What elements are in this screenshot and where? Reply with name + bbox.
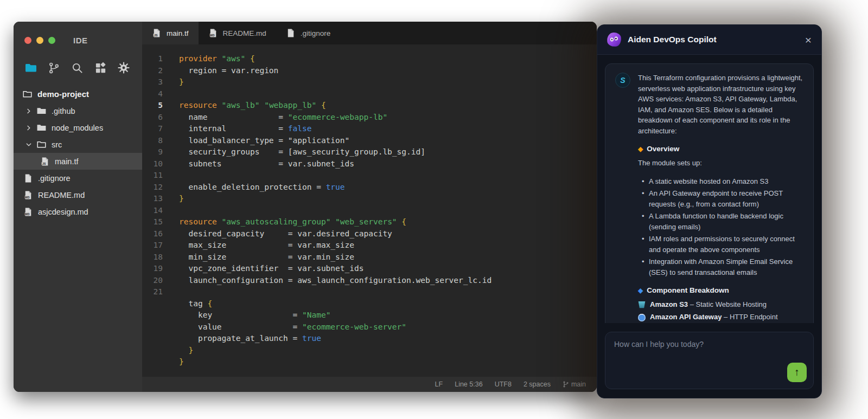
close-icon[interactable]: × (805, 34, 812, 46)
chevron-right-icon[interactable] (25, 107, 33, 115)
tree-item--gitignore[interactable]: .gitignore (14, 170, 142, 186)
tree-item-demo-project[interactable]: demo-project (14, 86, 142, 102)
overview-bullet: Integration with Amazon Simple Email Ser… (649, 256, 805, 278)
status-line-5-36[interactable]: Line 5:36 (455, 381, 482, 388)
line-number: 3 (142, 76, 163, 88)
folder-open-icon (36, 139, 47, 150)
tree-item--github[interactable]: .github (14, 102, 142, 119)
message-paragraph: This Terraform configuration provisions … (638, 73, 805, 136)
code-line: key = "Name" (142, 310, 597, 321)
code-text: load_balancer_type = "application" (163, 135, 349, 147)
copilot-title: Aiden DevOps Copilot (628, 35, 717, 44)
code-editor[interactable]: 1provider "aws" {2 region = var.region3}… (142, 44, 597, 377)
svg-text:JS: JS (42, 162, 46, 165)
status-label: LF (435, 381, 443, 388)
chat-area: S This Terraform configuration provision… (597, 55, 821, 323)
code-text: enable_deletion_protection = true (163, 182, 345, 194)
chat-input[interactable] (605, 332, 813, 389)
status-label: Line 5:36 (455, 381, 482, 388)
code-text: region = var.region (163, 65, 278, 77)
tab--gitignore[interactable]: .gitignore (276, 22, 341, 44)
tree-item-label: .gitignore (38, 174, 71, 183)
status-lf[interactable]: LF (435, 381, 443, 388)
code-text: max_size = var.max_size (163, 240, 354, 252)
assistant-message: S This Terraform configuration provision… (605, 63, 814, 323)
activity-settings-icon[interactable] (117, 61, 130, 74)
code-line: 21 (142, 286, 597, 298)
line-number: 20 (142, 275, 163, 287)
status-2-spaces[interactable]: 2 spaces (524, 381, 551, 388)
line-number: 11 (142, 170, 163, 182)
line-number: 18 (142, 252, 163, 263)
code-text: internal = false (163, 123, 311, 135)
activity-search-icon[interactable] (71, 61, 84, 74)
md-file-icon: MD (208, 28, 218, 38)
status-utf8[interactable]: UTF8 (495, 381, 512, 388)
tab-readme-md[interactable]: MDREADME.md (199, 22, 276, 44)
line-number: 21 (142, 286, 163, 298)
tree-item-readme-md[interactable]: MDREADME.md (14, 186, 142, 203)
code-line: } (142, 345, 597, 357)
code-text: desired_capacity = var.desired_capacity (163, 228, 392, 240)
code-text: provider "aws" { (163, 53, 255, 65)
line-number: 2 (142, 65, 163, 77)
code-line: 7 internal = false (142, 123, 597, 135)
tree-item-label: demo-project (37, 89, 89, 99)
status-label: 2 spaces (524, 381, 551, 388)
code-line: 1provider "aws" { (142, 53, 597, 65)
tab-label: main.tf (167, 29, 189, 37)
code-line: 5resource "aws_lb" "webapp_lb" { (142, 100, 597, 112)
send-button[interactable]: ↑ (787, 363, 807, 382)
overview-bullet: A Lambda function to handle backend logi… (649, 211, 805, 232)
arrow-up-icon: ↑ (794, 366, 800, 378)
component-name: Amazon API Gateway (650, 312, 722, 323)
close-window-button[interactable] (24, 37, 31, 44)
assistant-message-content: This Terraform configuration provisions … (638, 73, 805, 323)
line-number: 10 (142, 158, 163, 170)
code-text (163, 170, 179, 182)
tree-item-label: README.md (38, 191, 85, 199)
chevron-right-icon[interactable] (25, 124, 33, 132)
line-number: 12 (142, 182, 163, 194)
code-text: } (163, 76, 184, 88)
editor-tabbar: JSmain.tfMDREADME.md.gitignore (142, 22, 597, 44)
chevron-down-icon[interactable] (25, 141, 33, 149)
component-list: Amazon S3 – Static Website HostingAmazon… (638, 300, 805, 324)
line-number: 19 (142, 263, 163, 275)
status-main[interactable]: main (563, 381, 586, 388)
line-number (142, 321, 163, 333)
tree-item-main-tf[interactable]: JSmain.tf (14, 153, 142, 170)
code-text (163, 205, 179, 217)
line-number (142, 356, 163, 368)
code-line: 13} (142, 193, 597, 205)
code-text: key = "Name" (163, 310, 330, 321)
code-line: 11 (142, 170, 597, 182)
code-text: min_size = var.min_size (163, 252, 354, 263)
code-line: 16 desired_capacity = var.desired_capaci… (142, 228, 597, 240)
status-label: main (571, 381, 586, 388)
component-desc: – Static Website Hosting (688, 300, 767, 310)
code-text: vpc_zone_identifier = var.subnet_ids (163, 263, 363, 275)
tree-item-src[interactable]: src (14, 136, 142, 153)
line-number (142, 298, 163, 310)
code-text: } (163, 193, 184, 205)
code-text (163, 286, 179, 298)
code-line: 9 security_groups = [aws_security_group.… (142, 146, 597, 158)
activity-source-control-icon[interactable] (48, 61, 61, 74)
tree-item-asjcdesign-md[interactable]: MDasjcdesign.md (14, 203, 142, 220)
maximize-window-button[interactable] (48, 37, 55, 44)
tree-item-node-modules[interactable]: node_modules (14, 119, 142, 136)
minimize-window-button[interactable] (36, 37, 43, 44)
status-label: UTF8 (495, 381, 512, 388)
line-number: 14 (142, 205, 163, 217)
tab-main-tf[interactable]: JSmain.tf (142, 22, 199, 44)
line-number (142, 345, 163, 357)
code-line: 17 max_size = var.max_size (142, 240, 597, 252)
window-titlebar: IDE (14, 22, 142, 47)
activity-explorer-icon[interactable] (24, 61, 37, 74)
code-text: security_groups = [aws_security_group.lb… (163, 146, 425, 158)
activity-extensions-icon[interactable] (94, 61, 107, 74)
code-text: subnets = var.subnet_ids (163, 158, 354, 170)
code-text: resource "aws_lb" "webapp_lb" { (163, 100, 326, 112)
js-file-icon: JS (40, 157, 50, 166)
